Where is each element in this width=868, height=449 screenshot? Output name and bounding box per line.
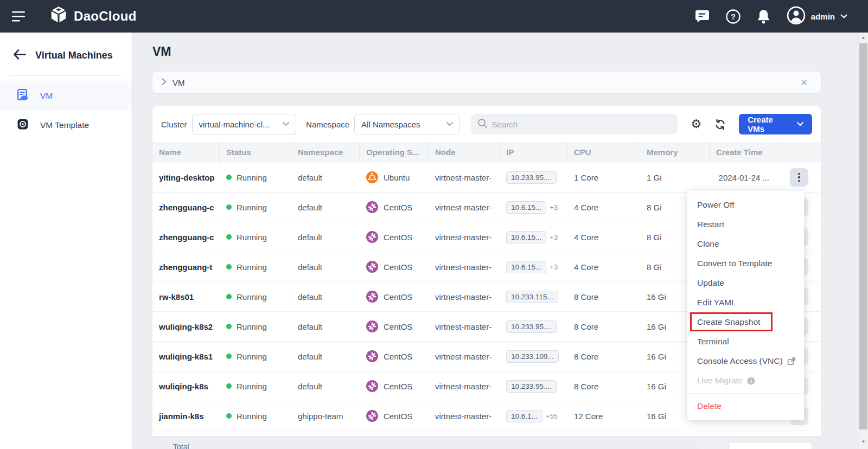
row-kebab-menu-icon[interactable] [790,168,808,187]
status-dot-icon [226,324,232,329]
pagination-total: Total [173,442,189,449]
user-chevron-down-icon [840,11,847,21]
menu-item-clone[interactable]: Clone [687,234,804,254]
ip-extra-count[interactable]: +55 [546,412,558,420]
cluster-select[interactable]: virtual-machine-cl... [192,114,297,134]
os-label: CentOS [384,382,412,391]
menu-item-edit-yaml[interactable]: Edit YAML [687,293,804,312]
ip-chip[interactable]: 10.233.95.... [506,380,557,393]
chevron-down-icon [446,122,453,126]
vm-name-cell[interactable]: wuliqing-k8s [152,382,220,391]
vm-name-cell[interactable]: rw-k8s01 [152,292,220,302]
ip-extra-count[interactable]: +3 [550,203,558,211]
menu-item-power-off[interactable]: Power Off [687,195,804,215]
help-icon[interactable]: ? [726,9,741,24]
page-size-select[interactable] [728,442,812,449]
refresh-icon[interactable] [714,119,726,130]
create-vms-button[interactable]: Create VMs [739,114,812,134]
status-cell: Running [220,203,291,212]
status-dot-icon [226,413,232,419]
search-input[interactable] [492,120,655,129]
create-time-cell: 2024-01-24 ... [710,173,781,182]
sidebar-item-vm-template[interactable]: VM Template [0,111,132,140]
ip-cell: 10.233.95.... [500,380,567,393]
table-header: NameStatusNamespaceOperating S...NodeIPC… [152,142,821,163]
vm-name-cell[interactable]: wuliqing-k8s1 [152,352,220,361]
vm-name-cell[interactable]: zhengguang-c [152,203,220,212]
pagination-bar: Total [152,437,821,449]
vm-name-cell[interactable]: wuliqing-k8s2 [152,322,220,331]
vm-name-cell[interactable]: yiting-desktop [152,173,220,182]
close-icon[interactable]: ✕ [801,78,808,88]
namespace-cell: ghippo-team [291,412,360,421]
user-menu[interactable]: admin [787,6,847,27]
sidebar-item-vm[interactable]: VM [0,81,132,111]
namespace-cell: default [291,292,360,302]
vm-name-cell[interactable]: jianmin-k8s [152,412,220,421]
column-header-memory: Memory [640,142,710,163]
ip-chip[interactable]: 10.233.109... [506,350,559,363]
scrollbar-up-arrow[interactable]: ▲ [859,33,868,42]
external-link-icon [787,357,795,365]
ip-extra-count[interactable]: +3 [550,233,558,241]
operating-system-cell: CentOS [360,380,429,392]
ip-chip[interactable]: 10.6.1... [506,410,542,422]
cpu-cell: 4 Core [567,262,640,272]
menu-item-convert-to-template[interactable]: Convert to Template [687,254,804,273]
chevron-right-icon[interactable] [161,78,167,87]
centos-os-icon [366,231,378,243]
column-header-cpu: CPU [567,142,640,163]
scrollbar-down-arrow[interactable]: ▼ [859,437,868,446]
namespace-cell: default [291,203,360,212]
ip-chip[interactable]: 10.6.15... [506,231,546,243]
notifications-bell-icon[interactable] [757,9,770,24]
menu-item-label: Convert to Template [697,254,772,273]
menu-item-create-snapshot[interactable]: Create Snapshot [687,312,804,332]
status-cell: Running [220,352,291,361]
menu-item-update[interactable]: Update [687,273,804,293]
ip-chip[interactable]: 10.6.15... [506,201,546,214]
vm-name-cell[interactable]: zhengguang-c [152,233,220,242]
menu-toggle-icon[interactable] [12,11,26,22]
ip-extra-count[interactable]: +3 [550,263,558,271]
ip-chip[interactable]: 10.233.95.... [506,320,557,333]
pagination-pager[interactable] [701,442,723,449]
menu-item-label: Create Snapshot [697,312,760,332]
search-box[interactable] [471,114,678,134]
chevron-down-icon [283,122,289,126]
brand-logo[interactable]: DaoCloud [49,5,137,27]
operating-system-cell: CentOS [360,261,429,273]
sidebar-back[interactable]: Virtual Machines [0,49,132,62]
status-cell: Running [220,262,291,272]
ip-chip[interactable]: 10.233.95.... [506,171,557,184]
centos-os-icon [366,201,378,213]
namespace-select[interactable]: All Namespaces [354,114,460,134]
status-cell: Running [220,173,291,182]
back-arrow-icon[interactable] [13,49,27,62]
ip-chip[interactable]: 10.233.115... [506,291,558,303]
cpu-cell: 8 Core [567,322,640,331]
os-label: CentOS [384,412,412,421]
menu-item-live-migrate: Live Migrate [687,371,804,390]
ip-cell: 10.233.109... [500,350,567,363]
column-header-node: Node [429,142,500,163]
menu-item-label: Update [697,273,724,293]
vm-name-cell[interactable]: zhengguang-t [152,262,220,272]
menu-item-label: Clone [697,234,719,254]
menu-item-terminal[interactable]: Terminal [687,332,804,351]
column-header-ip: IP [500,142,567,163]
ip-chip[interactable]: 10.6.15... [506,261,546,273]
vertical-scrollbar[interactable]: ▲ ▼ [859,33,868,449]
table-settings-gear-icon[interactable]: ⚙ [691,118,701,130]
scrollbar-thumb[interactable] [859,43,867,429]
cpu-cell: 8 Core [567,382,640,391]
messages-icon[interactable] [695,10,710,23]
collapse-tab-bar[interactable]: VM ✕ [152,72,821,93]
menu-item-console-access-vnc[interactable]: Console Access (VNC) [687,351,804,371]
sidebar-divider [10,75,122,76]
menu-item-restart[interactable]: Restart [687,215,804,234]
sidebar-title: Virtual Machines [35,50,113,61]
node-cell: virtnest-master- [429,173,500,182]
menu-item-delete[interactable]: Delete [687,396,804,416]
info-icon [747,377,755,385]
